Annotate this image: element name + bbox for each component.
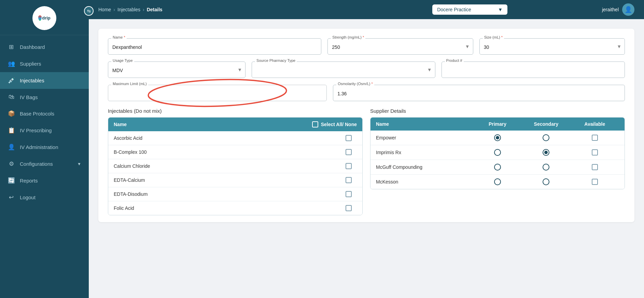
name-input[interactable] — [108, 38, 321, 55]
sidebar-item-label: Reports — [20, 178, 38, 184]
row-checkbox[interactable] — [346, 135, 352, 141]
sidebar-item-label: Dashboard — [20, 44, 45, 50]
strength-field: Strength (mg/mL) * 250 ▼ — [327, 38, 473, 55]
select-all-label: Select All/ None — [321, 122, 357, 127]
supplier-table: Name Primary Secondary Available Empower — [370, 117, 625, 189]
secondary-radio[interactable] — [543, 134, 549, 141]
usage-type-select[interactable]: MDV — [108, 62, 246, 78]
sidebar-logo: drip — [0, 0, 89, 35]
select-all-cell: Select All/ None — [312, 121, 357, 127]
size-label: Size (mL) * — [483, 35, 504, 39]
sidebar-item-logout[interactable]: ↩ Logout — [0, 189, 89, 206]
form-card: Name * Strength (mg/mL) * 250 ▼ Size (mL… — [98, 29, 634, 222]
row-name: B-Complex 100 — [114, 149, 340, 155]
row-name: McKesson — [376, 179, 473, 185]
product-input[interactable] — [442, 62, 625, 78]
breadcrumb-injectables[interactable]: Injectables — [117, 7, 140, 12]
source-pharmacy-select[interactable] — [252, 62, 435, 78]
practice-selector[interactable]: Docere Practice ▼ — [432, 4, 507, 15]
table-row: B-Complex 100 — [108, 145, 362, 159]
row-checkbox[interactable] — [346, 149, 352, 155]
size-select[interactable]: 30 — [479, 38, 625, 55]
row-checkbox[interactable] — [346, 205, 352, 211]
sidebar-item-reports[interactable]: 🔄 Reports — [0, 172, 89, 189]
topbar-center: Docere Practice ▼ — [346, 4, 593, 15]
available-checkbox[interactable] — [592, 164, 598, 170]
injectables-icon: 💉 — [8, 77, 15, 84]
topbar: Home › Injectables › Details Docere Prac… — [89, 0, 644, 19]
topbar-user: jeraithel 👤 — [602, 3, 634, 16]
form-row-1: Name * Strength (mg/mL) * 250 ▼ Size (mL… — [108, 38, 625, 55]
primary-radio[interactable] — [494, 149, 501, 156]
row-checkbox[interactable] — [346, 163, 352, 169]
usage-type-label: Usage Type — [111, 58, 134, 63]
sidebar-item-base-protocols[interactable]: 📦 Base Protocols — [0, 105, 89, 122]
table-row: Calcium Chloride — [108, 159, 362, 173]
sidebar-item-iv-prescribing[interactable]: 📋 IV Prescribing — [0, 122, 89, 139]
available-checkbox[interactable] — [592, 149, 598, 155]
sidebar-item-dashboard[interactable]: ⊞ Dashboard — [0, 39, 89, 55]
supplier-table-header: Name Primary Secondary Available — [370, 118, 625, 131]
reports-icon: 🔄 — [8, 177, 15, 184]
available-checkbox[interactable] — [592, 135, 598, 141]
sidebar-item-label: Configurations — [20, 161, 53, 167]
injectables-table-header: Name Select All/ None — [108, 118, 362, 131]
max-limit-input[interactable] — [108, 85, 327, 101]
table-row: McGuff Compounding — [370, 160, 625, 175]
source-pharmacy-label: Source Pharmacy Type — [255, 58, 297, 63]
sidebar-item-label: Base Protocols — [20, 111, 54, 117]
strength-select[interactable]: 250 — [327, 38, 473, 55]
osmolarity-input[interactable] — [333, 85, 625, 101]
source-pharmacy-field: Source Pharmacy Type ▼ — [252, 62, 435, 78]
select-all-checkbox[interactable] — [312, 121, 318, 127]
sidebar-toggle[interactable]: ⇆ — [84, 6, 94, 16]
sidebar-item-suppliers[interactable]: 👥 Suppliers — [0, 55, 89, 72]
supplier-col-name: Name — [376, 121, 473, 127]
radio-fill — [496, 136, 499, 139]
name-field: Name * — [108, 38, 321, 55]
row-checkbox[interactable] — [346, 177, 352, 183]
suppliers-icon: 👥 — [8, 60, 15, 67]
injectables-table: Name Select All/ None Ascorbic Acid — [108, 117, 363, 215]
sidebar-item-iv-bags[interactable]: 🛍 IV Bags — [0, 89, 89, 105]
secondary-radio[interactable] — [543, 149, 549, 156]
supplier-col-available: Available — [571, 121, 619, 127]
primary-radio[interactable] — [494, 134, 501, 141]
configurations-icon: ⚙ — [8, 160, 15, 167]
chevron-down-icon: ▼ — [498, 7, 503, 12]
sidebar-item-injectables[interactable]: 💉 Injectables — [0, 72, 89, 89]
supplier-section: Supplier Details Name Primary Secondary … — [370, 108, 625, 215]
secondary-radio[interactable] — [543, 178, 549, 185]
sidebar-item-label: IV Administration — [20, 144, 58, 150]
injectables-col-name: Name — [114, 122, 309, 127]
available-checkbox[interactable] — [592, 179, 598, 185]
form-row-3: Maximum Limit (mL) Osmolarity (Osm/L) * — [108, 85, 625, 101]
row-name: Imprimis Rx — [376, 150, 473, 155]
row-name: EDTA-Disodium — [114, 191, 340, 197]
table-row: Ascorbic Acid — [108, 131, 362, 145]
table-row: Folic Acid — [108, 201, 362, 215]
size-field: Size (mL) * 30 ▼ — [479, 38, 625, 55]
sidebar-item-iv-administration[interactable]: 👤 IV Administration — [0, 139, 89, 155]
primary-radio[interactable] — [494, 164, 501, 171]
strength-label: Strength (mg/mL) * — [331, 35, 365, 39]
primary-radio[interactable] — [494, 178, 501, 185]
product-field: Product # — [442, 62, 625, 78]
sidebar: ⇆ drip ⊞ Dashboard 👥 Suppliers 💉 Injecta… — [0, 0, 89, 298]
injectables-section-title: Injectables (Do not mix) — [108, 108, 363, 114]
sidebar-item-label: Logout — [20, 194, 36, 200]
sidebar-item-label: IV Bags — [20, 94, 38, 100]
iv-bags-icon: 🛍 — [8, 94, 15, 100]
supplier-section-title: Supplier Details — [370, 108, 625, 114]
logout-icon: ↩ — [8, 194, 15, 201]
secondary-radio[interactable] — [543, 164, 549, 171]
breadcrumb-home[interactable]: Home — [98, 7, 111, 12]
row-name: Ascorbic Acid — [114, 135, 340, 141]
sidebar-nav: ⊞ Dashboard 👥 Suppliers 💉 Injectables 🛍 … — [0, 35, 89, 298]
row-checkbox[interactable] — [346, 191, 352, 197]
logo-circle: drip — [32, 6, 56, 30]
osmolarity-field: Osmolarity (Osm/L) * — [333, 85, 625, 101]
practice-name: Docere Practice — [437, 7, 471, 12]
injectables-table-body: Ascorbic Acid B-Complex 100 Calcium Chlo… — [108, 131, 362, 215]
sidebar-item-configurations[interactable]: ⚙ Configurations ▼ — [0, 155, 89, 172]
